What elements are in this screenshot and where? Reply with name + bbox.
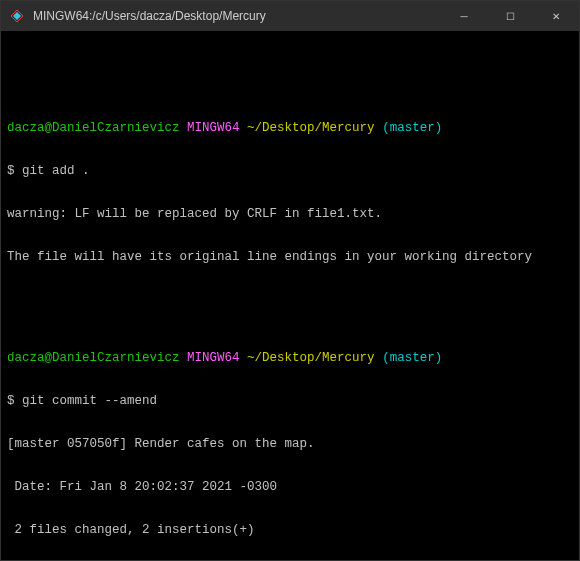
terminal-window: MINGW64:/c/Users/dacza/Desktop/Mercury ─…: [0, 0, 580, 561]
prompt-path: ~/Desktop/Mercury: [247, 121, 375, 135]
output-line: 2 files changed, 2 insertions(+): [7, 523, 573, 537]
command-line: $ git commit --amend: [7, 394, 573, 408]
command-line: $ git add .: [7, 164, 573, 178]
output-line: The file will have its original line end…: [7, 250, 573, 264]
prompt-line: dacza@DanielCzarnievicz MINGW64 ~/Deskto…: [7, 121, 573, 135]
prompt-line: dacza@DanielCzarnievicz MINGW64 ~/Deskto…: [7, 351, 573, 365]
window-title: MINGW64:/c/Users/dacza/Desktop/Mercury: [33, 9, 441, 23]
titlebar[interactable]: MINGW64:/c/Users/dacza/Desktop/Mercury ─…: [1, 1, 579, 31]
prompt-branch: (master): [382, 121, 442, 135]
close-button[interactable]: ✕: [533, 1, 579, 31]
output-line: [master 057050f] Render cafes on the map…: [7, 437, 573, 451]
app-icon: [9, 8, 25, 24]
minimize-button[interactable]: ─: [441, 1, 487, 31]
window-controls: ─ ☐ ✕: [441, 1, 579, 31]
prompt-shell: MINGW64: [187, 121, 240, 135]
output-line: Date: Fri Jan 8 20:02:37 2021 -0300: [7, 480, 573, 494]
output-line: warning: LF will be replaced by CRLF in …: [7, 207, 573, 221]
prompt-user: dacza@DanielCzarnievicz: [7, 121, 180, 135]
maximize-button[interactable]: ☐: [487, 1, 533, 31]
terminal-body[interactable]: dacza@DanielCzarnievicz MINGW64 ~/Deskto…: [1, 31, 579, 560]
